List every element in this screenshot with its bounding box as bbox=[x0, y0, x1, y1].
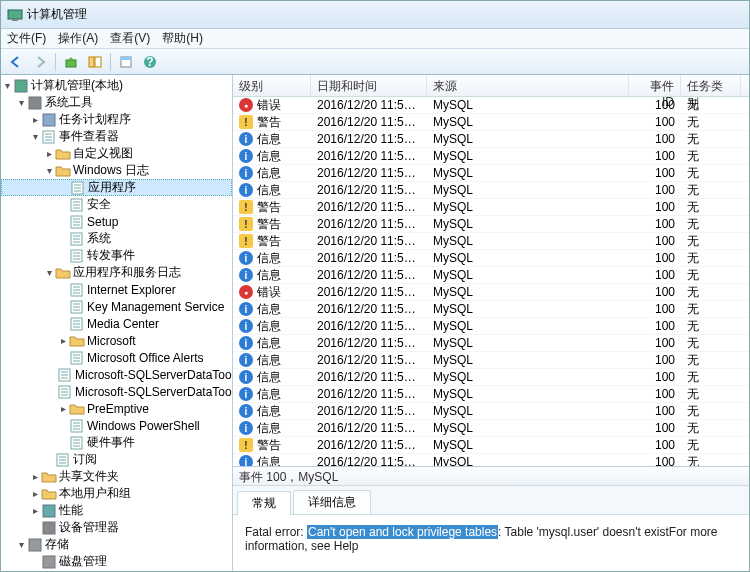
event-level: 警告 bbox=[257, 216, 281, 233]
tree-twisty[interactable]: ▾ bbox=[43, 165, 55, 176]
tree-item-systools[interactable]: ▾系统工具 bbox=[1, 94, 232, 111]
tree-item-kms[interactable]: Key Management Service bbox=[1, 298, 232, 315]
col-category[interactable]: 任务类别 bbox=[681, 75, 741, 96]
tree-item-storage[interactable]: ▾存储 bbox=[1, 536, 232, 553]
event-grid[interactable]: 错误2016/12/20 11:55:28MySQL100无警告2016/12/… bbox=[233, 97, 749, 466]
menu-view[interactable]: 查看(V) bbox=[110, 30, 150, 47]
tree-item-mssdt[interactable]: Microsoft-SQLServerDataTools bbox=[1, 366, 232, 383]
event-category: 无 bbox=[681, 267, 741, 284]
tree-twisty[interactable]: ▸ bbox=[57, 335, 69, 346]
menu-help[interactable]: 帮助(H) bbox=[162, 30, 203, 47]
svg-rect-1 bbox=[12, 19, 18, 21]
event-row[interactable]: 信息2016/12/20 11:55:27MySQL100无 bbox=[233, 318, 749, 335]
tree-item-wps[interactable]: Windows PowerShell bbox=[1, 417, 232, 434]
event-row[interactable]: 信息2016/12/20 11:55:27MySQL100无 bbox=[233, 352, 749, 369]
event-row[interactable]: 警告2016/12/20 11:55:27MySQL100无 bbox=[233, 233, 749, 250]
tree-item-ie[interactable]: Internet Explorer bbox=[1, 281, 232, 298]
tree-item-mssdtvs[interactable]: Microsoft-SQLServerDataToolsVS bbox=[1, 383, 232, 400]
col-level[interactable]: 级别 bbox=[233, 75, 311, 96]
nav-tree[interactable]: ▾计算机管理(本地)▾系统工具▸任务计划程序▾事件查看器▸自定义视图▾Windo… bbox=[1, 75, 233, 571]
tree-item-eventviewer[interactable]: ▾事件查看器 bbox=[1, 128, 232, 145]
col-eventid[interactable]: 事件 ID bbox=[629, 75, 681, 96]
event-row[interactable]: 信息2016/12/20 11:55:27MySQL100无 bbox=[233, 267, 749, 284]
tab-general[interactable]: 常规 bbox=[237, 491, 291, 515]
event-category: 无 bbox=[681, 148, 741, 165]
event-row[interactable]: 信息2016/12/20 11:55:27MySQL100无 bbox=[233, 335, 749, 352]
tree-item-devmgr[interactable]: 设备管理器 bbox=[1, 519, 232, 536]
tree-item-perf[interactable]: ▸性能 bbox=[1, 502, 232, 519]
tree-twisty[interactable]: ▾ bbox=[1, 80, 13, 91]
event-row[interactable]: 信息2016/12/20 11:55:27MySQL100无 bbox=[233, 250, 749, 267]
event-row[interactable]: 信息2016/12/20 11:55:27MySQL100无 bbox=[233, 165, 749, 182]
event-row[interactable]: 信息2016/12/20 11:55:27MySQL100无 bbox=[233, 454, 749, 466]
tree-twisty[interactable]: ▾ bbox=[15, 97, 27, 108]
tree-twisty[interactable]: ▸ bbox=[29, 114, 41, 125]
tree-item-appservlogs[interactable]: ▾应用程序和服务日志 bbox=[1, 264, 232, 281]
back-button[interactable] bbox=[5, 51, 27, 73]
event-row[interactable]: 信息2016/12/20 11:55:27MySQL100无 bbox=[233, 403, 749, 420]
tree-item-subs[interactable]: 订阅 bbox=[1, 451, 232, 468]
tree-item-hw[interactable]: 硬件事件 bbox=[1, 434, 232, 451]
tree-item-customviews[interactable]: ▸自定义视图 bbox=[1, 145, 232, 162]
tree-item-scheduler[interactable]: ▸任务计划程序 bbox=[1, 111, 232, 128]
menu-action[interactable]: 操作(A) bbox=[58, 30, 98, 47]
forward-button[interactable] bbox=[29, 51, 51, 73]
tree-twisty[interactable]: ▸ bbox=[57, 403, 69, 414]
tree-twisty[interactable]: ▸ bbox=[29, 505, 41, 516]
tree-twisty[interactable]: ▾ bbox=[29, 131, 41, 142]
event-row[interactable]: 信息2016/12/20 11:55:27MySQL100无 bbox=[233, 182, 749, 199]
tree-item-pre[interactable]: ▸PreEmptive bbox=[1, 400, 232, 417]
tree-twisty[interactable]: ▸ bbox=[29, 488, 41, 499]
event-row[interactable]: 信息2016/12/20 11:55:27MySQL100无 bbox=[233, 386, 749, 403]
tree-item-svcapp[interactable]: ▸服务和应用程序 bbox=[1, 570, 232, 571]
event-level: 信息 bbox=[257, 267, 281, 284]
event-row[interactable]: 信息2016/12/20 11:55:27MySQL100无 bbox=[233, 131, 749, 148]
up-button[interactable] bbox=[60, 51, 82, 73]
svg-rect-75 bbox=[43, 556, 55, 568]
event-row[interactable]: 警告2016/12/20 11:55:27MySQL100无 bbox=[233, 216, 749, 233]
event-id: 100 bbox=[629, 217, 681, 231]
event-row[interactable]: 信息2016/12/20 11:55:27MySQL100无 bbox=[233, 420, 749, 437]
menu-file[interactable]: 文件(F) bbox=[7, 30, 46, 47]
toolbar: ? bbox=[1, 49, 749, 75]
tree-item-shared[interactable]: ▸共享文件夹 bbox=[1, 468, 232, 485]
tree-item-root[interactable]: ▾计算机管理(本地) bbox=[1, 77, 232, 94]
tree-item-mc[interactable]: Media Center bbox=[1, 315, 232, 332]
tree-label: Media Center bbox=[87, 317, 159, 331]
tree-item-ms[interactable]: ▸Microsoft bbox=[1, 332, 232, 349]
event-row[interactable]: 信息2016/12/20 11:55:27MySQL100无 bbox=[233, 148, 749, 165]
tree-item-winlogs[interactable]: ▾Windows 日志 bbox=[1, 162, 232, 179]
tree-twisty[interactable]: ▸ bbox=[43, 148, 55, 159]
tree-icon bbox=[70, 180, 86, 196]
tree-icon bbox=[41, 129, 57, 145]
tree-item-application[interactable]: 应用程序 bbox=[1, 179, 232, 196]
tree-item-forwarded[interactable]: 转发事件 bbox=[1, 247, 232, 264]
tree-label: Microsoft-SQLServerDataToolsVS bbox=[75, 385, 233, 399]
tree-item-users[interactable]: ▸本地用户和组 bbox=[1, 485, 232, 502]
tree-item-diskmgr[interactable]: 磁盘管理 bbox=[1, 553, 232, 570]
event-row[interactable]: 警告2016/12/20 11:55:27MySQL100无 bbox=[233, 437, 749, 454]
tab-details[interactable]: 详细信息 bbox=[293, 490, 371, 514]
tree-item-security[interactable]: 安全 bbox=[1, 196, 232, 213]
help-button[interactable]: ? bbox=[139, 51, 161, 73]
show-hide-tree-button[interactable] bbox=[84, 51, 106, 73]
tree-twisty[interactable]: ▾ bbox=[15, 539, 27, 550]
tree-item-setup[interactable]: Setup bbox=[1, 213, 232, 230]
col-datetime[interactable]: 日期和时间 bbox=[311, 75, 427, 96]
col-source[interactable]: 来源 bbox=[427, 75, 629, 96]
event-row[interactable]: 警告2016/12/20 11:55:27MySQL100无 bbox=[233, 199, 749, 216]
detail-header: 事件 100，MySQL bbox=[233, 466, 749, 486]
event-row[interactable]: 错误2016/12/20 11:55:28MySQL100无 bbox=[233, 97, 749, 114]
tree-item-system[interactable]: 系统 bbox=[1, 230, 232, 247]
tree-item-moa[interactable]: Microsoft Office Alerts bbox=[1, 349, 232, 366]
event-row[interactable]: 警告2016/12/20 11:55:27MySQL100无 bbox=[233, 114, 749, 131]
svg-rect-11 bbox=[43, 114, 55, 126]
properties-button[interactable] bbox=[115, 51, 137, 73]
event-id: 100 bbox=[629, 98, 681, 112]
event-row[interactable]: 错误2016/12/20 11:55:27MySQL100无 bbox=[233, 284, 749, 301]
event-row[interactable]: 信息2016/12/20 11:55:27MySQL100无 bbox=[233, 369, 749, 386]
event-grid-header: 级别 日期和时间 来源 事件 ID 任务类别 bbox=[233, 75, 749, 97]
event-row[interactable]: 信息2016/12/20 11:55:27MySQL100无 bbox=[233, 301, 749, 318]
tree-twisty[interactable]: ▾ bbox=[43, 267, 55, 278]
tree-twisty[interactable]: ▸ bbox=[29, 471, 41, 482]
